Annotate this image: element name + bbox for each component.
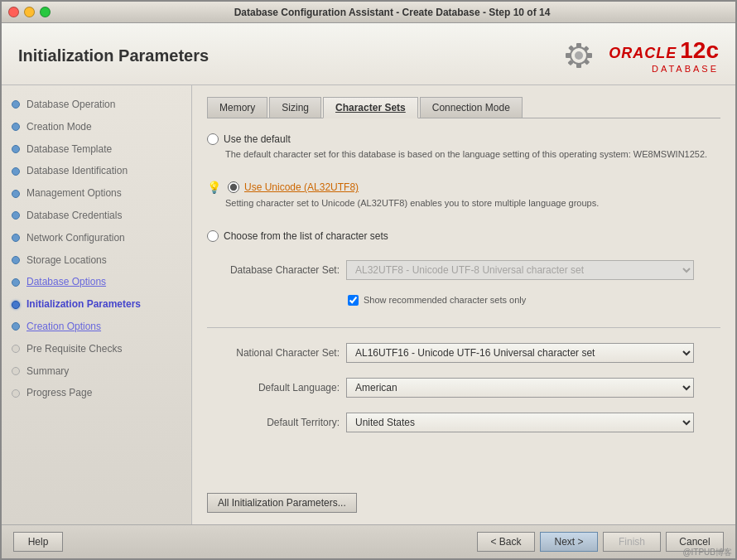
db-char-set-label: Database Character Set: <box>207 264 340 276</box>
sidebar-label: Pre Requisite Checks <box>26 343 122 355</box>
oracle-version: 12c <box>680 37 719 64</box>
db-char-set-row: Database Character Set: AL32UTF8 - Unico… <box>207 260 720 280</box>
radio-default-label: Use the default <box>224 133 291 145</box>
sidebar-dot <box>12 211 20 220</box>
close-button[interactable] <box>8 7 19 17</box>
db-char-set-select[interactable]: AL32UTF8 - Unicode UTF-8 Universal chara… <box>346 260 694 280</box>
svg-rect-5 <box>587 53 592 58</box>
sidebar-item-mgmt-options: Management Options <box>2 182 191 205</box>
sidebar-dot <box>12 100 20 109</box>
radio-default-section: Use the default The default character se… <box>207 133 720 166</box>
sidebar-item-db-credentials: Database Credentials <box>2 205 191 227</box>
svg-rect-2 <box>576 43 581 48</box>
bulb-icon: 💡 <box>207 181 221 194</box>
content-panel: Memory Sizing Character Sets Connection … <box>192 85 735 524</box>
back-button[interactable]: < Back <box>477 532 535 552</box>
nav-buttons: < Back Next > Finish Cancel <box>477 532 724 552</box>
oracle-header-row: ORACLE 12c DATABASE <box>554 35 719 76</box>
sidebar-label: Management Options <box>26 187 122 199</box>
maximize-button[interactable] <box>40 7 51 17</box>
help-button[interactable]: Help <box>13 532 63 552</box>
sidebar-item-progress-page: Progress Page <box>2 382 191 404</box>
sidebar-dot <box>12 145 20 153</box>
radio-unicode-input[interactable] <box>228 181 239 193</box>
next-button[interactable]: Next > <box>540 532 598 552</box>
tab-bar: Memory Sizing Character Sets Connection … <box>207 97 720 118</box>
tab-connection-mode[interactable]: Connection Mode <box>420 97 523 118</box>
sidebar-dot <box>12 278 20 287</box>
radio-unicode-desc: Setting character set to Unicode (AL32UT… <box>225 197 720 210</box>
radio-default-input[interactable] <box>207 133 219 145</box>
oracle-db-text: DATABASE <box>652 64 719 74</box>
sidebar-item-creation-mode: Creation Mode <box>2 116 191 138</box>
sidebar-label: Network Configuration <box>26 232 125 244</box>
radio-choose-input[interactable] <box>207 230 219 242</box>
sidebar-label: Summary <box>26 365 69 377</box>
finish-button[interactable]: Finish <box>603 532 661 552</box>
sidebar-dot <box>12 345 20 353</box>
minimize-button[interactable] <box>24 7 35 17</box>
sidebar-item-db-template: Database Template <box>2 138 191 161</box>
svg-rect-4 <box>566 53 571 58</box>
radio-unicode-label: Use Unicode (AL32UTF8) <box>244 181 359 193</box>
default-language-label: Default Language: <box>207 382 340 393</box>
radio-unicode-row: 💡 Use Unicode (AL32UTF8) <box>207 181 720 194</box>
all-init-params-button[interactable]: All Initialization Parameters... <box>207 493 357 513</box>
default-language-row: Default Language: American <box>207 378 720 398</box>
sidebar-dot <box>12 167 20 176</box>
national-char-set-select[interactable]: AL16UTF16 - Unicode UTF-16 Universal cha… <box>346 343 694 363</box>
cancel-button[interactable]: Cancel <box>666 532 724 552</box>
radio-default-row: Use the default <box>207 133 720 145</box>
sidebar-dot <box>12 256 20 264</box>
sidebar-item-init-params: Initialization Parameters <box>2 293 191 316</box>
show-recommended-checkbox[interactable] <box>348 295 359 306</box>
sidebar-dot <box>12 367 20 375</box>
svg-rect-9 <box>584 46 590 51</box>
sidebar-label: Database Identification <box>26 165 128 176</box>
header-area: Initialization Parameters <box>2 23 735 85</box>
sidebar-label: Progress Page <box>26 387 92 398</box>
svg-rect-3 <box>576 63 581 68</box>
sidebar-dot <box>12 389 20 398</box>
sidebar-dot <box>12 234 20 242</box>
sidebar-item-summary: Summary <box>2 360 191 383</box>
sidebar-label: Database Template <box>26 143 112 155</box>
national-char-set-row: National Character Set: AL16UTF16 - Unic… <box>207 343 720 363</box>
show-recommended-label: Show recommended character sets only <box>364 295 526 305</box>
sidebar-dot <box>12 123 20 131</box>
sidebar-item-db-options[interactable]: Database Options <box>2 271 191 293</box>
sidebar-label: Database Operation <box>26 99 115 110</box>
tab-sizing[interactable]: Sizing <box>269 97 321 118</box>
oracle-brand-text: ORACLE <box>609 45 677 62</box>
sidebar-label: Creation Mode <box>26 121 92 133</box>
radio-choose-label: Choose from the list of character sets <box>224 230 388 242</box>
title-bar: Database Configuration Assistant - Creat… <box>2 2 735 23</box>
oracle-logo: ORACLE 12c DATABASE <box>554 35 719 76</box>
all-init-params-area: All Initialization Parameters... <box>207 493 720 513</box>
sidebar-label: Database Credentials <box>26 210 122 221</box>
default-territory-label: Default Territory: <box>207 417 340 428</box>
default-language-select[interactable]: American <box>346 378 694 398</box>
sidebar-label: Storage Locations <box>26 254 107 266</box>
sidebar-dot <box>12 190 20 198</box>
sidebar-label: Database Options <box>26 276 106 287</box>
sidebar-label: Creation Options <box>26 321 101 332</box>
sidebar-item-creation-options[interactable]: Creation Options <box>2 316 191 338</box>
main-content: Initialization Parameters <box>2 23 735 558</box>
tab-character-sets[interactable]: Character Sets <box>323 97 418 118</box>
window-title: Database Configuration Assistant - Creat… <box>55 7 729 18</box>
bottom-bar: Help < Back Next > Finish Cancel <box>2 524 735 558</box>
sidebar-label: Initialization Parameters <box>26 298 141 310</box>
radio-unicode-section: 💡 Use Unicode (AL32UTF8) Setting charact… <box>207 181 720 215</box>
svg-point-1 <box>575 51 583 60</box>
show-recommended-row: Show recommended character sets only <box>348 295 720 306</box>
separator <box>207 327 720 328</box>
tab-memory[interactable]: Memory <box>207 97 267 118</box>
sidebar-item-storage-locations: Storage Locations <box>2 249 191 272</box>
sidebar-dot <box>12 322 20 331</box>
gear-icon <box>554 35 604 76</box>
radio-choose-section: Choose from the list of character sets <box>207 230 720 245</box>
default-territory-select[interactable]: United States <box>346 413 694 432</box>
sidebar-item-network-config: Network Configuration <box>2 227 191 249</box>
sidebar: Database Operation Creation Mode Databas… <box>2 85 192 524</box>
